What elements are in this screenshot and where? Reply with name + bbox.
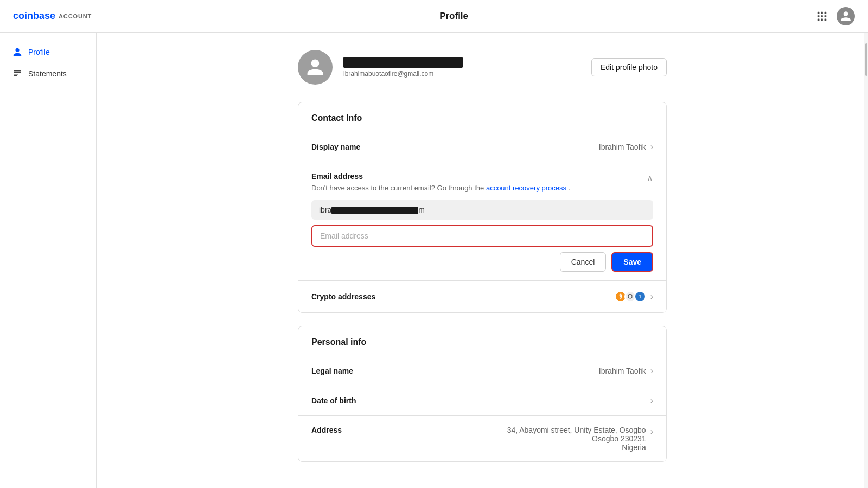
main-content: ibrahimabuotaofire@gmail.com Edit profil… [97,33,868,488]
email-section-header: Email address Don't have access to the c… [298,162,666,200]
chevron-up-icon[interactable]: ∧ [647,173,653,183]
profile-email-hint: ibrahimabuotaofire@gmail.com [343,70,580,78]
email-hint-text: Don't have access to the current email? … [311,184,484,192]
brand-suffix: ACCOUNT [59,13,92,20]
personal-info-title: Personal info [298,326,666,356]
content-wrap: ibrahimabuotaofire@gmail.com Edit profil… [298,50,667,462]
top-navigation: coinbase ACCOUNT Profile [0,0,868,33]
dob-label: Date of birth [311,396,356,405]
legal-name-label: Legal name [311,367,353,375]
crypto-badges: ₿ ⬡ 1 [615,291,646,303]
svg-rect-5 [825,15,827,17]
email-prefix: ibra [319,206,331,214]
brand: coinbase ACCOUNT [13,10,92,22]
dob-row[interactable]: Date of birth › [298,386,666,416]
svg-rect-4 [821,15,823,17]
address-label: Address [311,426,342,434]
dob-right: › [650,396,653,406]
email-label: Email address [311,172,647,181]
crypto-right: ₿ ⬡ 1 › [615,291,653,303]
display-name-row[interactable]: Display name Ibrahim Taofik › [298,132,666,162]
user-avatar[interactable] [837,7,855,25]
statements-icon [12,68,23,79]
email-label-block: Email address Don't have access to the c… [311,172,647,194]
usdc-badge: 1 [634,291,646,303]
crypto-addresses-row[interactable]: Crypto addresses ₿ ⬡ 1 › [298,281,666,312]
display-name-right: Ibrahim Taofik › [599,142,653,152]
chevron-legal-icon: › [650,366,653,376]
legal-name-row[interactable]: Legal name Ibrahim Taofik › [298,356,666,386]
brand-name: coinbase [13,10,55,22]
scrollbar[interactable] [864,33,868,488]
profile-avatar-large [298,50,333,85]
email-section: Email address Don't have access to the c… [298,162,666,281]
profile-icon [12,47,23,57]
display-name-label: Display name [311,143,360,151]
sidebar-profile-label: Profile [28,48,50,56]
address-value: 34, Abayomi street, Unity Estate, Osogbo… [507,426,646,452]
svg-rect-8 [825,18,827,21]
chevron-right-icon: › [650,142,653,152]
sidebar-item-profile[interactable]: Profile [3,41,93,63]
address-row[interactable]: Address 34, Abayomi street, Unity Estate… [298,416,666,461]
personal-info-section: Personal info Legal name Ibrahim Taofik … [298,326,667,462]
chevron-dob-icon: › [650,396,653,406]
email-hint-suffix: . [569,184,571,192]
chevron-address-icon: › [650,427,653,436]
account-recovery-link[interactable]: account recovery process [486,184,566,192]
svg-rect-0 [818,11,820,14]
scrollbar-thumb [865,43,867,76]
sidebar-item-statements[interactable]: Statements [3,63,93,85]
contact-info-title: Contact Info [298,102,666,132]
svg-rect-3 [818,15,820,17]
email-actions: Cancel Save [311,252,653,272]
cancel-button[interactable]: Cancel [560,252,607,272]
new-email-input[interactable] [311,225,653,247]
contact-info-section: Contact Info Display name Ibrahim Taofik… [298,102,667,313]
current-email-display: ibram [311,200,653,220]
sidebar-statements-label: Statements [28,69,67,78]
address-right: 34, Abayomi street, Unity Estate, Osogbo… [507,426,653,452]
display-name-value: Ibrahim Taofik [599,143,646,151]
chevron-right-crypto-icon: › [650,292,653,301]
svg-rect-7 [821,18,823,21]
legal-name-value: Ibrahim Taofik [599,367,646,375]
svg-rect-1 [821,11,823,14]
nav-actions [816,7,855,25]
email-suffix: m [418,206,425,214]
layout: Profile Statements ibra [0,33,868,488]
email-hint: Don't have access to the current email? … [311,183,647,194]
edit-photo-button[interactable]: Edit profile photo [591,58,667,76]
email-redacted-bar [331,207,418,214]
sidebar: Profile Statements [0,33,97,488]
grid-icon[interactable] [816,10,828,22]
crypto-label: Crypto addresses [311,292,375,301]
svg-rect-2 [825,11,827,14]
profile-email-redacted [343,57,463,68]
profile-email-block: ibrahimabuotaofire@gmail.com [343,57,580,78]
save-button[interactable]: Save [611,252,653,272]
page-title: Profile [439,11,468,22]
email-section-body: ibram Cancel Save [298,200,666,280]
profile-header: ibrahimabuotaofire@gmail.com Edit profil… [298,50,667,85]
legal-name-right: Ibrahim Taofik › [599,366,653,376]
svg-rect-6 [818,18,820,21]
